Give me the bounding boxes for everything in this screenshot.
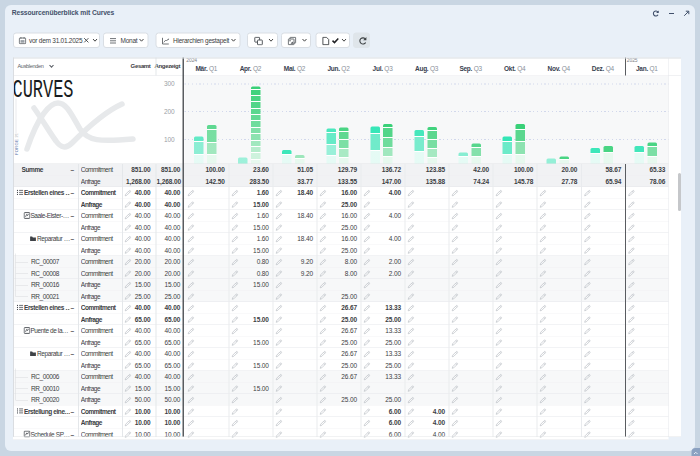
- svg-text:FORGE: FORGE: [14, 139, 19, 155]
- svg-text:21: 21: [14, 132, 19, 137]
- svg-text:CURVES: CURVES: [13, 76, 74, 105]
